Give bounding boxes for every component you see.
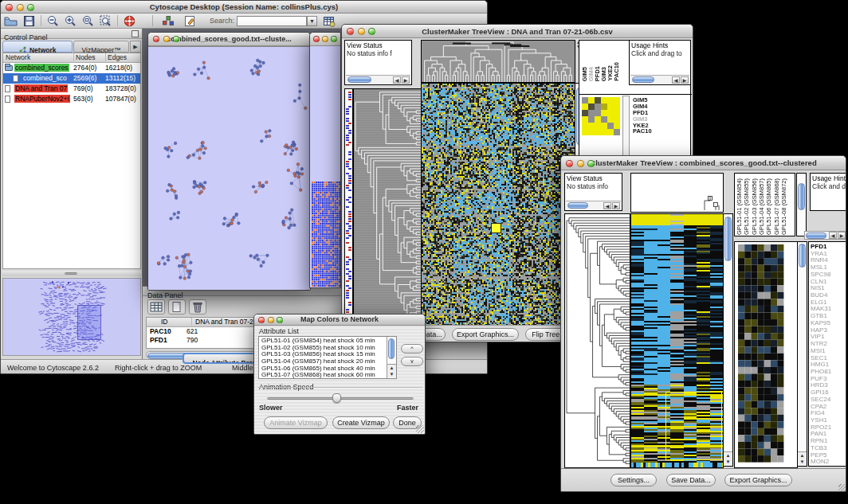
tv1-cluster-matrix[interactable] [582,97,620,135]
tv1-view-status-scrollbar[interactable]: ◀▶ [346,75,410,84]
tv2-export-graphics-button[interactable]: Export Graphics... [724,474,792,486]
zoom-out-icon[interactable] [45,14,61,28]
minimize-button[interactable] [322,36,328,42]
network-list-row[interactable]: combined_sco2569(6)13112(15) [3,73,140,84]
new-attribute-button[interactable] [168,299,186,315]
attribute-list-item[interactable]: GPL51-07 (GSM868) heat shock 60 min [261,372,396,379]
zoom-button[interactable] [331,36,337,42]
tv1-view-status-panel: View Status No status info f ◀▶ [344,40,412,85]
tv1-matrix-cell [582,110,588,116]
tv2-view-status-text: No status info [565,182,622,190]
tv2-usage-text: Click and drag [811,182,846,190]
create-vizmap-button[interactable]: Create Vizmap [332,416,390,429]
search-dropdown[interactable]: ▼ [307,16,317,26]
minimize-button[interactable] [577,160,584,167]
zoom-selected-icon[interactable] [98,14,113,28]
delete-attribute-trash-button[interactable] [189,299,206,315]
tv1-row-labels: GIM5GIM4PFD1GIM3YKE2PAC10 [633,97,689,135]
network-list-row[interactable]: combined_scores2764(0)16218(0) [3,63,140,73]
minimize-button[interactable] [358,28,365,35]
tv2-resize-grip[interactable] [838,484,846,492]
tab-network[interactable]: Network [2,41,73,53]
close-button[interactable] [347,28,354,35]
close-button[interactable] [313,36,320,42]
network-overview-canvas[interactable] [2,278,141,356]
close-button[interactable] [258,317,265,323]
tv2-save-data-button[interactable]: Save Data... [666,474,716,486]
tab-vizmapper[interactable]: VizMapper™ [73,41,129,53]
tv2-column-dendrogram[interactable] [630,173,724,213]
dp-col-id[interactable]: ID [161,318,168,326]
save-session-button[interactable] [22,14,37,28]
treeview1-title: ClusterMaker TreeView : DNA and Tran 07-… [342,25,693,38]
network-list-row[interactable]: DNA and Tran 07769(0)183728(0) [3,84,140,94]
treeview2-titlebar[interactable]: ClusterMaker TreeView : combined_scores_… [561,156,846,170]
tv2-column-labels-vscrollbar[interactable] [796,173,807,236]
tv2-gene-list[interactable]: PFD1YRA1RNR4MSL1SPC98CLN1NIS1BUD4ELG1MAK… [808,241,846,467]
tv2-detail-vscrollbar[interactable]: ▲▼ [797,241,807,467]
zoom-button[interactable] [173,36,179,42]
search-label: Search: [210,17,234,25]
zoom-button[interactable] [27,4,34,11]
move-down-button[interactable]: v [401,357,423,366]
attribute-select-button[interactable] [147,299,165,315]
float-panel-icon[interactable] [132,30,139,37]
zoom-button[interactable] [368,28,375,35]
help-lifering-icon[interactable] [122,14,137,28]
treeview1-titlebar[interactable]: ClusterMaker TreeView : DNA and Tran 07-… [342,25,693,38]
panel-divider-handle[interactable] [2,271,141,276]
col-header-network[interactable]: Network [6,53,30,61]
tv2-detail-heatmap[interactable] [734,241,798,468]
tv2-heatmap[interactable] [630,213,724,468]
import-table-icon[interactable] [321,14,336,28]
minimize-button[interactable] [268,317,274,323]
open-session-button[interactable] [3,14,18,28]
attribute-list[interactable]: GPL51-01 (GSM854) heat shock 05 minGPL51… [258,336,397,379]
tv1-export-graphics-button[interactable]: Export Graphics... [452,328,519,341]
close-button[interactable] [153,36,159,42]
tv1-heatmap[interactable] [421,83,575,326]
tv1-matrix-cell [607,123,614,129]
tv1-row-dendrogram[interactable] [353,88,422,326]
tv1-matrix-cell [601,116,607,123]
main-titlebar[interactable]: Cytoscape Desktop (Session Name: collins… [1,1,487,14]
vizmap-squares-icon[interactable] [160,14,175,28]
zoom-button[interactable] [277,317,283,323]
dialog-resize-grip[interactable] [416,425,424,433]
tv2-settings-button[interactable]: Settings... [610,474,657,486]
minimize-button[interactable] [163,36,170,42]
col-header-edges[interactable]: Edges [105,53,127,61]
tv2-row-dendrogram[interactable] [564,213,630,468]
tv1-column-labels: GIM5GIM4PFD1GIM3YKE2PAC10 [581,41,622,82]
close-button[interactable] [566,160,573,167]
tab-overflow-button[interactable]: ▶ [130,41,141,53]
network-view-titlebar[interactable]: combined_scores_good.txt--cluste... [148,33,310,46]
zoom-in-icon[interactable] [63,14,78,28]
animate-vizmap-button[interactable]: Animate Vizmap [264,416,328,429]
gene-list-item[interactable]: MON2 [811,459,846,466]
tv1-matrix-cell [614,129,620,135]
slower-label: Slower [259,404,283,412]
annotation-icon[interactable] [183,14,198,28]
network-list-row[interactable]: RNAPuberNov2+I563(0)107847(0) [3,94,140,104]
attribute-list-vscrollbar[interactable]: ▲▼ [387,337,396,378]
tv1-usage-scrollbar[interactable]: ◀▶ [630,75,689,84]
dialog-titlebar[interactable]: Map Colors to Network [254,315,425,326]
tv1-matrix-vscrollbar[interactable] [622,96,630,156]
zoom-fit-icon[interactable] [80,14,96,28]
tv1-selection-strip[interactable] [344,88,353,326]
grid-network-canvas-bg[interactable] [310,46,341,288]
tv2-heatmap-vscrollbar[interactable]: ▲▼ [723,213,733,467]
tv2-view-status-scrollbar[interactable]: ◀▶ [566,201,621,209]
grid-network-titlebar[interactable] [310,33,340,46]
col-header-nodes[interactable]: Nodes [73,53,96,61]
minimize-button[interactable] [17,4,24,11]
zoom-button[interactable] [587,160,595,167]
move-up-button[interactable]: ^ [401,344,423,354]
close-button[interactable] [6,4,13,11]
speed-slider-thumb[interactable] [332,393,341,403]
tv2-usage-hscrollbar[interactable]: ◀▶ [804,231,846,240]
tv1-column-dendrogram[interactable] [421,40,575,83]
search-input[interactable] [237,16,307,26]
network-graph-canvas[interactable] [148,46,310,291]
